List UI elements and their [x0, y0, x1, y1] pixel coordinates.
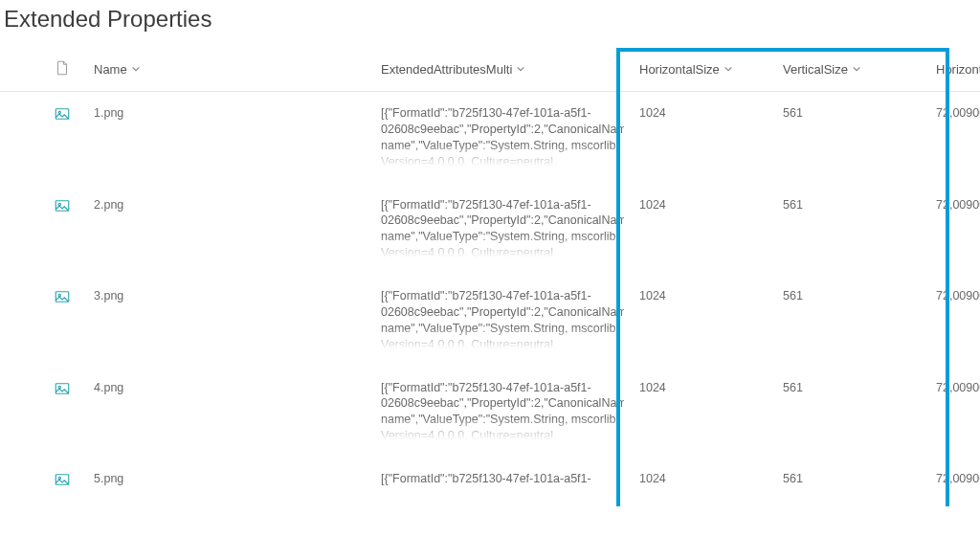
chevron-down-icon: [131, 62, 141, 77]
image-file-icon: [54, 478, 71, 491]
cell-hsize: 1024: [639, 472, 666, 485]
image-file-icon: [54, 204, 71, 217]
column-header-name-label: Name: [94, 62, 127, 77]
chevron-down-icon: [516, 62, 525, 77]
cell-vsize: 561: [783, 289, 803, 302]
cell-name: 1.png: [94, 106, 123, 120]
page-title: Extended Properties: [0, 0, 980, 50]
table-row[interactable]: 3.png [{"FormatId":"b725f130-47ef-101a-a…: [0, 275, 980, 367]
cell-hres: 72,0090026: [936, 106, 980, 120]
properties-table: Name ExtendedAttributesMulti HorizontalS…: [0, 50, 980, 506]
cell-hsize: 1024: [639, 289, 666, 302]
column-header-hsize[interactable]: HorizontalSize: [639, 62, 733, 77]
svg-point-5: [58, 294, 60, 296]
table-header-row: Name ExtendedAttributesMulti HorizontalS…: [0, 50, 980, 92]
cell-hres: 72,0090026: [936, 198, 980, 212]
chevron-down-icon: [852, 62, 861, 77]
column-header-ext[interactable]: ExtendedAttributesMulti: [381, 62, 525, 77]
doctype-header-icon[interactable]: [54, 65, 71, 79]
cell-ext: [{"FormatId":"b725f130-47ef-101a-a5f1-02…: [381, 197, 624, 262]
image-file-icon: [54, 112, 71, 125]
cell-hres: 72,0090026: [936, 289, 980, 302]
cell-vsize: 561: [783, 198, 803, 212]
table-row[interactable]: 5.png [{"FormatId":"b725f130-47ef-101a-a…: [0, 458, 980, 506]
svg-point-9: [58, 477, 60, 479]
column-header-hres[interactable]: HorizontalR: [936, 62, 980, 77]
table-row[interactable]: 4.png [{"FormatId":"b725f130-47ef-101a-a…: [0, 367, 980, 459]
table-row[interactable]: 2.png [{"FormatId":"b725f130-47ef-101a-a…: [0, 184, 980, 276]
cell-vsize: 561: [783, 381, 803, 394]
svg-point-7: [58, 386, 60, 388]
cell-hsize: 1024: [639, 381, 666, 394]
cell-name: 3.png: [94, 289, 123, 302]
svg-point-3: [58, 203, 60, 205]
column-header-vsize[interactable]: VerticalSize: [783, 62, 861, 77]
cell-name: 5.png: [94, 472, 123, 485]
cell-name: 2.png: [94, 198, 123, 212]
cell-ext: [{"FormatId":"b725f130-47ef-101a-a5f1-02…: [381, 380, 624, 445]
cell-ext: [{"FormatId":"b725f130-47ef-101a-a5f1-02…: [381, 288, 624, 353]
column-header-vsize-label: VerticalSize: [783, 62, 848, 77]
svg-point-1: [58, 111, 60, 113]
table-row[interactable]: 1.png [{"FormatId":"b725f130-47ef-101a-a…: [0, 92, 980, 184]
cell-hsize: 1024: [639, 198, 666, 212]
cell-ext: [{"FormatId":"b725f130-47ef-101a-a5f1-: [381, 472, 591, 485]
cell-hres: 72,0090026: [936, 381, 980, 394]
image-file-icon: [54, 295, 71, 308]
column-header-ext-label: ExtendedAttributesMulti: [381, 62, 512, 77]
cell-vsize: 561: [783, 472, 803, 485]
cell-hres: 72,0090026: [936, 472, 980, 485]
column-header-name[interactable]: Name: [94, 62, 141, 77]
chevron-down-icon: [724, 62, 733, 77]
cell-hsize: 1024: [639, 106, 666, 120]
cell-name: 4.png: [94, 381, 123, 394]
cell-ext: [{"FormatId":"b725f130-47ef-101a-a5f1-02…: [381, 105, 624, 170]
image-file-icon: [54, 387, 71, 400]
column-header-hsize-label: HorizontalSize: [639, 62, 720, 77]
column-header-hres-label: HorizontalR: [936, 62, 980, 77]
cell-vsize: 561: [783, 106, 803, 120]
